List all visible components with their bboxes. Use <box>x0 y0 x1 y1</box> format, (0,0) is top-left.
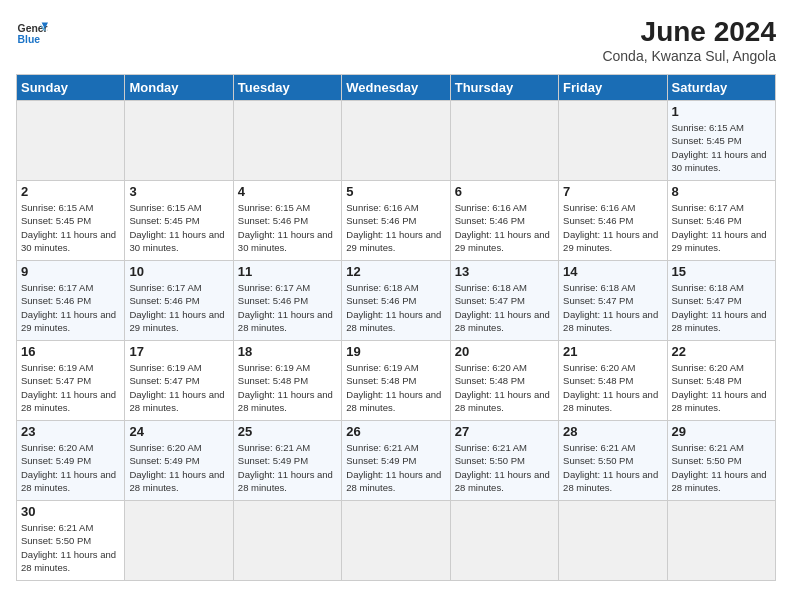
calendar-cell <box>342 501 450 581</box>
cell-info: Sunrise: 6:17 AMSunset: 5:46 PMDaylight:… <box>129 282 224 333</box>
day-number: 12 <box>346 264 445 279</box>
calendar-cell <box>450 101 558 181</box>
calendar-week-row: 30 Sunrise: 6:21 AMSunset: 5:50 PMDaylig… <box>17 501 776 581</box>
cell-info: Sunrise: 6:17 AMSunset: 5:46 PMDaylight:… <box>21 282 116 333</box>
day-number: 16 <box>21 344 120 359</box>
calendar-cell: 11 Sunrise: 6:17 AMSunset: 5:46 PMDaylig… <box>233 261 341 341</box>
calendar-cell: 1 Sunrise: 6:15 AMSunset: 5:45 PMDayligh… <box>667 101 775 181</box>
day-number: 8 <box>672 184 771 199</box>
day-number: 2 <box>21 184 120 199</box>
calendar-cell <box>233 501 341 581</box>
day-number: 28 <box>563 424 662 439</box>
day-number: 6 <box>455 184 554 199</box>
day-number: 9 <box>21 264 120 279</box>
logo: General Blue <box>16 16 48 48</box>
logo-icon: General Blue <box>16 16 48 48</box>
calendar-cell <box>233 101 341 181</box>
day-number: 20 <box>455 344 554 359</box>
day-number: 17 <box>129 344 228 359</box>
calendar-cell: 20 Sunrise: 6:20 AMSunset: 5:48 PMDaylig… <box>450 341 558 421</box>
calendar-cell: 29 Sunrise: 6:21 AMSunset: 5:50 PMDaylig… <box>667 421 775 501</box>
calendar-cell: 21 Sunrise: 6:20 AMSunset: 5:48 PMDaylig… <box>559 341 667 421</box>
header: General Blue June 2024 Conda, Kwanza Sul… <box>16 16 776 64</box>
subtitle: Conda, Kwanza Sul, Angola <box>602 48 776 64</box>
calendar-cell: 15 Sunrise: 6:18 AMSunset: 5:47 PMDaylig… <box>667 261 775 341</box>
calendar-week-row: 1 Sunrise: 6:15 AMSunset: 5:45 PMDayligh… <box>17 101 776 181</box>
calendar-cell: 25 Sunrise: 6:21 AMSunset: 5:49 PMDaylig… <box>233 421 341 501</box>
calendar-cell <box>667 501 775 581</box>
cell-info: Sunrise: 6:18 AMSunset: 5:47 PMDaylight:… <box>672 282 767 333</box>
cell-info: Sunrise: 6:18 AMSunset: 5:47 PMDaylight:… <box>563 282 658 333</box>
cell-info: Sunrise: 6:17 AMSunset: 5:46 PMDaylight:… <box>238 282 333 333</box>
calendar-cell: 19 Sunrise: 6:19 AMSunset: 5:48 PMDaylig… <box>342 341 450 421</box>
cell-info: Sunrise: 6:16 AMSunset: 5:46 PMDaylight:… <box>455 202 550 253</box>
cell-info: Sunrise: 6:19 AMSunset: 5:47 PMDaylight:… <box>21 362 116 413</box>
day-header-monday: Monday <box>125 75 233 101</box>
day-number: 30 <box>21 504 120 519</box>
day-number: 27 <box>455 424 554 439</box>
cell-info: Sunrise: 6:16 AMSunset: 5:46 PMDaylight:… <box>563 202 658 253</box>
cell-info: Sunrise: 6:21 AMSunset: 5:50 PMDaylight:… <box>563 442 658 493</box>
day-number: 15 <box>672 264 771 279</box>
cell-info: Sunrise: 6:16 AMSunset: 5:46 PMDaylight:… <box>346 202 441 253</box>
day-number: 22 <box>672 344 771 359</box>
day-number: 26 <box>346 424 445 439</box>
calendar-table: SundayMondayTuesdayWednesdayThursdayFrid… <box>16 74 776 581</box>
calendar-cell <box>125 501 233 581</box>
cell-info: Sunrise: 6:21 AMSunset: 5:50 PMDaylight:… <box>672 442 767 493</box>
day-number: 5 <box>346 184 445 199</box>
title-area: June 2024 Conda, Kwanza Sul, Angola <box>602 16 776 64</box>
day-header-friday: Friday <box>559 75 667 101</box>
day-number: 21 <box>563 344 662 359</box>
calendar-cell: 7 Sunrise: 6:16 AMSunset: 5:46 PMDayligh… <box>559 181 667 261</box>
day-header-sunday: Sunday <box>17 75 125 101</box>
calendar-cell: 2 Sunrise: 6:15 AMSunset: 5:45 PMDayligh… <box>17 181 125 261</box>
cell-info: Sunrise: 6:20 AMSunset: 5:48 PMDaylight:… <box>672 362 767 413</box>
day-number: 10 <box>129 264 228 279</box>
day-number: 3 <box>129 184 228 199</box>
cell-info: Sunrise: 6:21 AMSunset: 5:49 PMDaylight:… <box>238 442 333 493</box>
day-number: 14 <box>563 264 662 279</box>
cell-info: Sunrise: 6:20 AMSunset: 5:48 PMDaylight:… <box>563 362 658 413</box>
cell-info: Sunrise: 6:20 AMSunset: 5:49 PMDaylight:… <box>21 442 116 493</box>
cell-info: Sunrise: 6:21 AMSunset: 5:49 PMDaylight:… <box>346 442 441 493</box>
cell-info: Sunrise: 6:18 AMSunset: 5:46 PMDaylight:… <box>346 282 441 333</box>
cell-info: Sunrise: 6:19 AMSunset: 5:48 PMDaylight:… <box>346 362 441 413</box>
cell-info: Sunrise: 6:18 AMSunset: 5:47 PMDaylight:… <box>455 282 550 333</box>
cell-info: Sunrise: 6:21 AMSunset: 5:50 PMDaylight:… <box>455 442 550 493</box>
calendar-cell: 12 Sunrise: 6:18 AMSunset: 5:46 PMDaylig… <box>342 261 450 341</box>
calendar-cell: 27 Sunrise: 6:21 AMSunset: 5:50 PMDaylig… <box>450 421 558 501</box>
calendar-cell: 3 Sunrise: 6:15 AMSunset: 5:45 PMDayligh… <box>125 181 233 261</box>
main-title: June 2024 <box>602 16 776 48</box>
cell-info: Sunrise: 6:15 AMSunset: 5:46 PMDaylight:… <box>238 202 333 253</box>
calendar-cell: 16 Sunrise: 6:19 AMSunset: 5:47 PMDaylig… <box>17 341 125 421</box>
cell-info: Sunrise: 6:19 AMSunset: 5:47 PMDaylight:… <box>129 362 224 413</box>
calendar-cell: 18 Sunrise: 6:19 AMSunset: 5:48 PMDaylig… <box>233 341 341 421</box>
day-number: 24 <box>129 424 228 439</box>
cell-info: Sunrise: 6:15 AMSunset: 5:45 PMDaylight:… <box>21 202 116 253</box>
calendar-cell <box>559 501 667 581</box>
calendar-cell: 5 Sunrise: 6:16 AMSunset: 5:46 PMDayligh… <box>342 181 450 261</box>
calendar-cell: 9 Sunrise: 6:17 AMSunset: 5:46 PMDayligh… <box>17 261 125 341</box>
calendar-cell <box>559 101 667 181</box>
day-number: 29 <box>672 424 771 439</box>
calendar-cell <box>450 501 558 581</box>
day-number: 19 <box>346 344 445 359</box>
calendar-cell: 17 Sunrise: 6:19 AMSunset: 5:47 PMDaylig… <box>125 341 233 421</box>
day-number: 7 <box>563 184 662 199</box>
day-number: 4 <box>238 184 337 199</box>
svg-text:Blue: Blue <box>18 34 41 45</box>
cell-info: Sunrise: 6:17 AMSunset: 5:46 PMDaylight:… <box>672 202 767 253</box>
calendar-week-row: 23 Sunrise: 6:20 AMSunset: 5:49 PMDaylig… <box>17 421 776 501</box>
calendar-cell <box>125 101 233 181</box>
calendar-cell <box>342 101 450 181</box>
calendar-week-row: 9 Sunrise: 6:17 AMSunset: 5:46 PMDayligh… <box>17 261 776 341</box>
calendar-week-row: 2 Sunrise: 6:15 AMSunset: 5:45 PMDayligh… <box>17 181 776 261</box>
day-header-saturday: Saturday <box>667 75 775 101</box>
calendar-cell: 22 Sunrise: 6:20 AMSunset: 5:48 PMDaylig… <box>667 341 775 421</box>
day-number: 11 <box>238 264 337 279</box>
day-number: 18 <box>238 344 337 359</box>
calendar-cell: 6 Sunrise: 6:16 AMSunset: 5:46 PMDayligh… <box>450 181 558 261</box>
day-header-wednesday: Wednesday <box>342 75 450 101</box>
cell-info: Sunrise: 6:21 AMSunset: 5:50 PMDaylight:… <box>21 522 116 573</box>
